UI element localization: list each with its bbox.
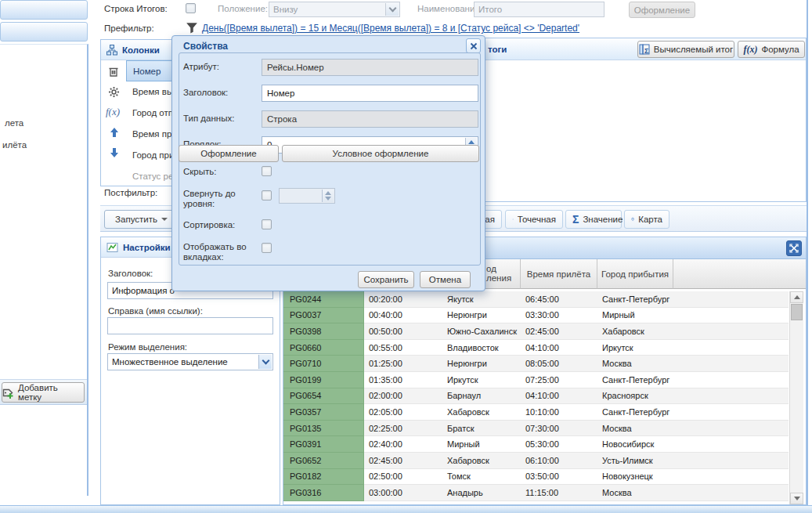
cancel-button[interactable]: Отмена — [420, 271, 471, 288]
flight-number-cell: PG0244 — [283, 291, 364, 308]
column-settings-button[interactable] — [106, 84, 121, 99]
add-tag-button[interactable]: Добавить метку — [2, 382, 85, 403]
table-cell: Москва — [597, 421, 673, 437]
tag-plus-icon — [2, 387, 14, 399]
clipped-label-1: лета — [5, 118, 23, 128]
table-cell: Братск — [442, 421, 521, 437]
table-cell: 06:10:00 — [521, 453, 597, 469]
collapsed-panel-bar-1[interactable] — [0, 0, 88, 20]
collapse-checkbox[interactable] — [262, 190, 272, 201]
close-icon — [470, 42, 478, 50]
collapsed-panel-bar-2[interactable] — [0, 22, 88, 42]
table-cell — [673, 453, 789, 469]
tabs-checkbox[interactable] — [262, 243, 272, 253]
table-cell: Санкт-Петербург — [597, 404, 673, 421]
table-scrollbar[interactable] — [789, 291, 803, 504]
dialog-close-button[interactable] — [466, 38, 481, 53]
prefilter-expression-link[interactable]: День([Время вылета]) = 15 и Месяц([Время… — [202, 23, 579, 34]
map-button[interactable]: Карта — [624, 210, 669, 229]
table-cell: Санкт-Петербург — [597, 372, 673, 388]
name-input: Итого — [474, 2, 604, 17]
selection-mode-value: Множественное выделение — [112, 357, 228, 367]
table-cell: 07:25:00 — [521, 372, 597, 388]
maximize-icon — [789, 244, 799, 253]
table-row[interactable]: PG039102:40:00Мирный05:30:00Новосибирск — [283, 436, 789, 453]
table-cell — [673, 340, 789, 356]
clipped-label-2: илёта — [2, 140, 27, 150]
table-cell — [673, 323, 789, 340]
table-cell: 01:35:00 — [364, 372, 442, 388]
table-row[interactable]: PG071001:25:00Нерюнгри08:05:00Москва — [283, 356, 789, 372]
calculated-total-button[interactable]: Σ Вычисляемый итог — [637, 41, 734, 58]
table-row[interactable]: PG031603:00:00Анадырь11:15:00Москва — [283, 485, 789, 501]
table-cell: Нерюнгри — [442, 308, 521, 324]
scrollbar-thumb[interactable] — [791, 304, 803, 320]
position-select: Внизу — [269, 2, 400, 17]
table-cell — [673, 291, 789, 308]
table-row[interactable]: PG013502:25:00Братск07:30:00Москва — [283, 421, 789, 437]
table-cell — [673, 388, 789, 405]
position-label: Положение: — [218, 4, 268, 13]
table-row[interactable]: PG039800:50:00Южно-Сахалинск02:45:00Хаба… — [283, 323, 789, 340]
table-row[interactable]: PG003700:40:00Нерюнгри03:30:00Мирный — [283, 308, 789, 324]
column-formula-button[interactable]: f(x) — [105, 104, 121, 120]
totals-row-checkbox[interactable] — [186, 3, 196, 13]
table-cell: Владивосток — [442, 340, 521, 356]
conditional-format-button[interactable]: Условное оформление — [282, 145, 479, 162]
table-cell: 01:25:00 — [364, 356, 442, 372]
table-row[interactable]: PG065202:45:00Хабаровск06:10:00Усть-Илим… — [283, 453, 789, 469]
attribute-field: Рейсы.Номер — [262, 59, 478, 76]
prefilter-label: Префильтр: — [104, 23, 154, 33]
arrow-up-icon — [109, 127, 120, 138]
maximize-button[interactable] — [786, 240, 802, 256]
header-fragment-line2: ления — [486, 273, 511, 283]
run-button[interactable]: Запустить — [104, 210, 175, 229]
table-row[interactable]: PG066000:55:00Владивосток04:10:00Иркутск — [283, 340, 789, 356]
formula-button[interactable]: f(x) Формула — [738, 41, 805, 58]
move-up-button[interactable] — [106, 125, 122, 140]
caption-label: Заголовок: — [108, 269, 153, 278]
sorting-checkbox[interactable] — [262, 219, 272, 229]
totals-row-label: Строка Итогов: — [104, 4, 168, 13]
dialog-format-button[interactable]: Оформление — [179, 145, 279, 162]
caption-field[interactable]: Номер — [262, 85, 478, 102]
help-link-input[interactable] — [107, 317, 273, 334]
scroll-down-button[interactable] — [790, 493, 803, 504]
sorting-label: Сортировка: — [183, 220, 235, 229]
table-cell: 07:30:00 — [521, 421, 597, 437]
scatter-icon — [512, 214, 514, 225]
delete-column-button[interactable] — [106, 63, 121, 79]
table-cell — [673, 436, 789, 453]
table-row[interactable]: PG065402:00:00Барнаул04:10:00Красноярск — [283, 388, 789, 405]
gear-icon — [108, 86, 120, 98]
collapse-level-spinner — [279, 188, 335, 204]
table-cell: Мирный — [442, 436, 521, 453]
table-cell — [673, 372, 789, 388]
table-row[interactable]: PG024400:20:00Якутск06:45:00Санкт-Петерб… — [283, 291, 789, 308]
hide-checkbox[interactable] — [262, 166, 272, 176]
table-cell: Якутск — [442, 291, 521, 308]
table-row[interactable]: PG019901:35:00Иркутск07:25:00Санкт-Петер… — [283, 372, 789, 388]
table-row[interactable]: PG035702:05:00Хабаровск10:10:00Санкт-Пет… — [283, 404, 789, 421]
table-row[interactable]: PG018202:50:00Томск03:50:00Новокузнецк — [283, 469, 789, 486]
flight-number-cell: PG0316 — [283, 485, 364, 501]
selection-mode-select[interactable]: Множественное выделение — [107, 353, 273, 370]
table-cell: Мирный — [597, 308, 673, 324]
table-header-arrival-time[interactable]: Время прилёта — [521, 259, 597, 289]
properties-dialog: Свойства Атрибут: Рейсы.Номер Заголовок:… — [171, 35, 485, 291]
scroll-up-button[interactable] — [790, 291, 803, 303]
move-down-button[interactable] — [106, 145, 122, 161]
table-cell — [673, 308, 789, 324]
scatter-chart-button[interactable]: Точечная — [505, 210, 563, 229]
table-cell: 04:10:00 — [521, 388, 597, 405]
table-header-arrival-city[interactable]: Город прибытия — [597, 259, 673, 289]
value-button[interactable]: Σ Значение — [565, 210, 622, 229]
table-cell — [673, 356, 789, 372]
table-cell: 05:30:00 — [521, 436, 597, 453]
table-cell: 02:45:00 — [364, 453, 442, 469]
collapse-label-line2: уровня: — [183, 199, 215, 208]
table-cell: Москва — [597, 356, 673, 372]
datatype-label: Тип данных: — [183, 114, 234, 123]
save-button[interactable]: Сохранить — [358, 271, 414, 288]
datatype-field: Строка — [262, 110, 478, 128]
